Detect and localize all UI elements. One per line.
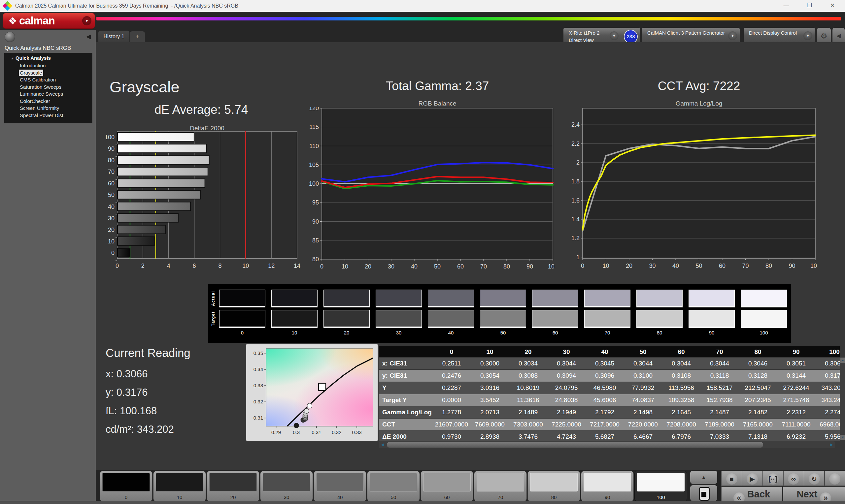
table-header-row: 0102030405060708090100 xyxy=(379,346,840,357)
table-cell: 24.0795 xyxy=(547,384,585,392)
back-button[interactable]: « Back xyxy=(721,487,782,502)
scroll-up-icon[interactable]: ▲ xyxy=(840,358,845,363)
pattern-swatch-10 xyxy=(156,473,203,491)
table-cell: 158.5217 xyxy=(700,384,739,392)
display-control-label: Direct Display Control xyxy=(749,29,797,37)
table-cell: 2.1949 xyxy=(547,409,585,416)
add-tab-button[interactable]: + xyxy=(130,31,145,42)
meter-name: X-Rite i1Pro 2 xyxy=(569,29,599,37)
svg-text:10: 10 xyxy=(242,263,249,269)
table-vertical-scrollbar[interactable]: ▲ ▼ xyxy=(840,358,845,440)
workflow-sidebar: ◀ Quick Analysis NBC sRGB ◢Quick Analysi… xyxy=(0,30,96,501)
svg-text:8: 8 xyxy=(218,263,222,269)
table-cell: 7220.0000 xyxy=(624,421,662,428)
tab-history-1[interactable]: History 1 xyxy=(98,30,130,42)
scrollbar-thumb[interactable] xyxy=(387,442,763,448)
table-cell: 6.4667 xyxy=(624,433,662,440)
sidebar-item-luminance-sweeps[interactable]: Luminance Sweeps xyxy=(20,91,63,97)
pattern-level-label: 70 xyxy=(474,494,527,500)
measure-step-button[interactable]: [··] xyxy=(762,471,783,486)
tree-root-quick-analysis[interactable]: ◢Quick Analysis xyxy=(11,55,51,61)
pattern-level-button-70[interactable]: 70 xyxy=(474,471,527,502)
pattern-level-label: 90 xyxy=(581,494,633,500)
sidebar-item-screen-uniformity[interactable]: Screen Uniformity xyxy=(20,105,59,111)
next-button[interactable]: Next » xyxy=(783,487,845,502)
svg-text:6: 6 xyxy=(193,263,196,269)
play-button[interactable]: ▶ xyxy=(742,471,763,486)
title-bar: Calman 2025 Calman Ultimate for Business… xyxy=(0,0,845,12)
pattern-level-button-60[interactable]: 60 xyxy=(421,471,473,502)
tree-expander-icon[interactable]: ◢ xyxy=(11,56,13,60)
pattern-level-label: 10 xyxy=(154,494,206,500)
maximize-button[interactable]: ❐ xyxy=(802,0,817,11)
pattern-level-button-20[interactable]: 20 xyxy=(207,471,260,502)
sidebar-item-colorchecker[interactable]: ColorChecker xyxy=(20,98,50,104)
sidebar-item-introduction[interactable]: Introduction xyxy=(20,62,46,69)
pattern-swatch-30 xyxy=(263,473,310,491)
pattern-window-button[interactable] xyxy=(690,485,717,501)
pattern-level-label: 60 xyxy=(421,494,473,500)
sidebar-orb-button[interactable] xyxy=(5,32,15,42)
indicator-icon xyxy=(829,473,840,485)
svg-text:80: 80 xyxy=(312,256,319,263)
calman-logo-text: calman xyxy=(19,15,55,27)
svg-text:1.6: 1.6 xyxy=(571,197,580,204)
scroll-right-icon[interactable]: ▶ xyxy=(830,441,833,448)
table-cell: 2.1482 xyxy=(739,409,777,416)
pattern-level-button-30[interactable]: 30 xyxy=(260,471,313,502)
target-swatch-0 xyxy=(219,310,265,328)
table-cell: 0.3176 xyxy=(815,372,840,379)
close-button[interactable]: ✕ xyxy=(825,0,840,11)
pattern-level-button-10[interactable]: 10 xyxy=(153,471,206,502)
stop-icon: ■ xyxy=(726,473,737,485)
sidebar-item-saturation-sweeps[interactable]: Saturation Sweeps xyxy=(20,84,61,90)
pattern-level-label: 50 xyxy=(367,494,420,500)
calman-menu-button[interactable]: ❖ calman ▼ xyxy=(3,13,95,29)
target-swatch-30 xyxy=(376,310,422,328)
rgb-balance-line-chart: 8085909510010511011512001020304050607080… xyxy=(306,107,554,269)
target-swatch-10 xyxy=(271,310,318,328)
reading-fl: fL: 100.168 xyxy=(106,405,157,417)
table-cell: 0.3044 xyxy=(547,360,585,367)
collapse-sidebar-button[interactable]: ◀ xyxy=(84,32,93,41)
table-cell: 0.9730 xyxy=(433,433,471,440)
pattern-level-button-40[interactable]: 40 xyxy=(314,471,366,502)
pattern-level-button-100[interactable]: 100 xyxy=(634,471,687,502)
table-row-label: ΔE 2000 xyxy=(379,433,433,440)
pattern-level-button-0[interactable]: 0 xyxy=(100,471,153,502)
table-cell: 7303.0000 xyxy=(509,421,547,428)
pattern-panel-up-button[interactable]: ▲ xyxy=(690,471,717,484)
scroll-left-icon[interactable]: ◀ xyxy=(381,441,384,448)
minimize-button[interactable]: — xyxy=(779,0,794,11)
stop-button[interactable]: ■ xyxy=(721,471,742,486)
pattern-level-button-90[interactable]: 90 xyxy=(581,471,634,502)
pattern-level-button-50[interactable]: 50 xyxy=(367,471,420,502)
indicator-button[interactable] xyxy=(825,471,845,486)
table-cell: 5.9560 xyxy=(815,433,840,440)
table-cell: 0.3054 xyxy=(471,372,509,379)
svg-text:80: 80 xyxy=(765,263,772,269)
pattern-swatch-80 xyxy=(530,473,578,491)
table-cell: 45.6006 xyxy=(585,396,624,404)
total-gamma-readout: Total Gamma: 2.37 xyxy=(322,79,553,93)
pattern-level-button-80[interactable]: 80 xyxy=(527,471,580,502)
table-column-header-20: 20 xyxy=(509,348,547,356)
scroll-down-icon[interactable]: ▼ xyxy=(840,435,845,440)
table-horizontal-scrollbar[interactable]: ◀ ▶ xyxy=(379,441,835,448)
sidebar-item-cms-calibration[interactable]: CMS Calibration xyxy=(20,76,56,83)
sidebar-item-spectral-power-dist-[interactable]: Spectral Power Dist. xyxy=(20,112,65,119)
swatch-label-20: 20 xyxy=(323,330,370,336)
table-cell: 0.3044 xyxy=(662,360,700,367)
window-title: Calman 2025 Calman Ultimate for Business… xyxy=(15,0,238,12)
table-cell: 0.3051 xyxy=(777,360,815,367)
table-column-header-100: 100 xyxy=(815,348,840,356)
pattern-generator-status-indicator xyxy=(643,29,645,43)
svg-text:110: 110 xyxy=(309,143,319,149)
table-cell: 7225.0000 xyxy=(547,421,585,428)
refresh-button[interactable]: ↻ xyxy=(804,471,825,486)
sidebar-item-grayscale[interactable]: Grayscale xyxy=(19,70,43,76)
meter-count-badge[interactable]: 238 xyxy=(624,30,638,43)
measure-continuous-button[interactable]: ∞ xyxy=(783,471,804,486)
svg-text:60: 60 xyxy=(457,263,464,269)
actual-swatch-row xyxy=(219,290,787,307)
